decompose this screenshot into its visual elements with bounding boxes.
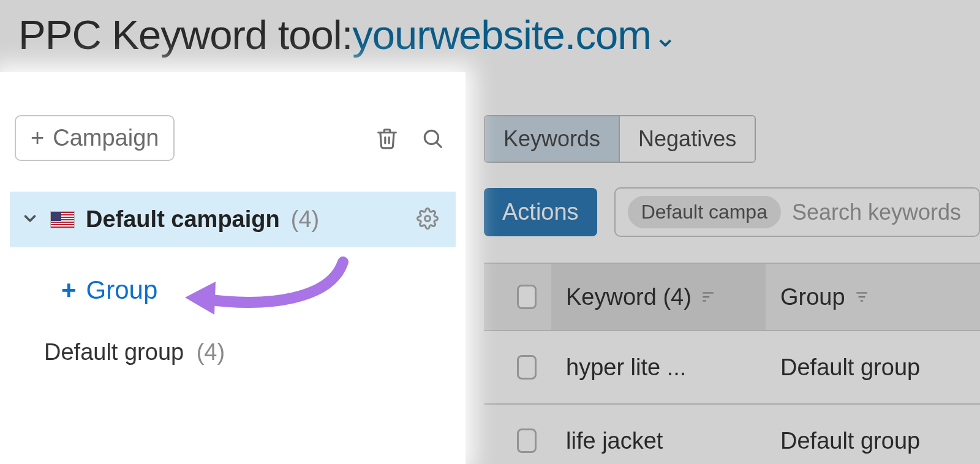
- table-header: Keyword (4) Group: [484, 264, 980, 331]
- filter-icon: [854, 284, 870, 310]
- row-checkbox[interactable]: [517, 428, 537, 453]
- us-flag-icon: [50, 211, 75, 228]
- column-keyword-label: Keyword (4): [566, 284, 692, 310]
- site-name: yourwebsite.com: [352, 12, 651, 58]
- sidebar: + Campaign Default campaign (4): [0, 72, 466, 464]
- group-row[interactable]: Default group (4): [44, 339, 453, 365]
- group-name: Default group: [44, 339, 184, 365]
- search-input[interactable]: [792, 200, 967, 225]
- svg-line-1: [437, 143, 441, 147]
- page-title: PPC Keyword tool:yourwebsite.com⌄: [0, 0, 980, 76]
- tab-keywords[interactable]: Keywords: [485, 116, 620, 162]
- filter-tag[interactable]: Default campa: [628, 196, 781, 228]
- select-all-cell: [484, 285, 551, 309]
- svg-point-0: [424, 130, 438, 144]
- cell-keyword[interactable]: hyper lite ...: [551, 354, 766, 381]
- group-count: (4): [197, 339, 225, 365]
- campaign-row[interactable]: Default campaign (4): [10, 192, 456, 247]
- add-group-label: Group: [86, 275, 158, 305]
- column-group[interactable]: Group: [766, 284, 980, 310]
- gear-icon[interactable]: [417, 208, 439, 232]
- trash-icon[interactable]: [372, 124, 402, 153]
- title-prefix: PPC Keyword tool:: [18, 12, 352, 58]
- main-panel: Keywords Negatives Actions Default campa…: [478, 98, 980, 464]
- site-dropdown[interactable]: yourwebsite.com⌄: [352, 12, 677, 58]
- table-row: hyper lite ... Default group: [484, 331, 980, 405]
- tab-negatives[interactable]: Negatives: [620, 116, 755, 162]
- sort-icon: [700, 284, 716, 310]
- search-icon[interactable]: [418, 124, 447, 153]
- table-row: life jacket Default group: [484, 405, 980, 464]
- search-box[interactable]: Default campa: [614, 187, 980, 237]
- cell-group[interactable]: Default group: [766, 354, 980, 381]
- row-checkbox[interactable]: [517, 355, 537, 380]
- plus-icon: +: [61, 275, 77, 305]
- campaign-name: Default campaign: [86, 206, 280, 233]
- svg-point-2: [425, 215, 431, 221]
- column-keyword[interactable]: Keyword (4): [551, 264, 766, 330]
- sidebar-toolbar: + Campaign: [12, 115, 453, 192]
- cell-keyword[interactable]: life jacket: [551, 428, 766, 454]
- cell-group[interactable]: Default group: [766, 428, 980, 454]
- keywords-table: Keyword (4) Group hyper lite ... Default…: [484, 263, 980, 464]
- chevron-down-icon: [21, 209, 39, 230]
- actions-toolbar: Actions Default campa: [484, 187, 980, 237]
- actions-button[interactable]: Actions: [484, 188, 597, 236]
- add-group-button[interactable]: + Group: [61, 275, 157, 305]
- column-group-label: Group: [780, 284, 845, 310]
- select-all-checkbox[interactable]: [517, 285, 537, 309]
- plus-icon: +: [31, 125, 44, 151]
- add-campaign-button[interactable]: + Campaign: [15, 115, 175, 161]
- add-campaign-label: Campaign: [53, 125, 159, 151]
- tabs: Keywords Negatives: [484, 115, 756, 163]
- chevron-down-icon: ⌄: [654, 21, 677, 53]
- campaign-count: (4): [291, 206, 319, 233]
